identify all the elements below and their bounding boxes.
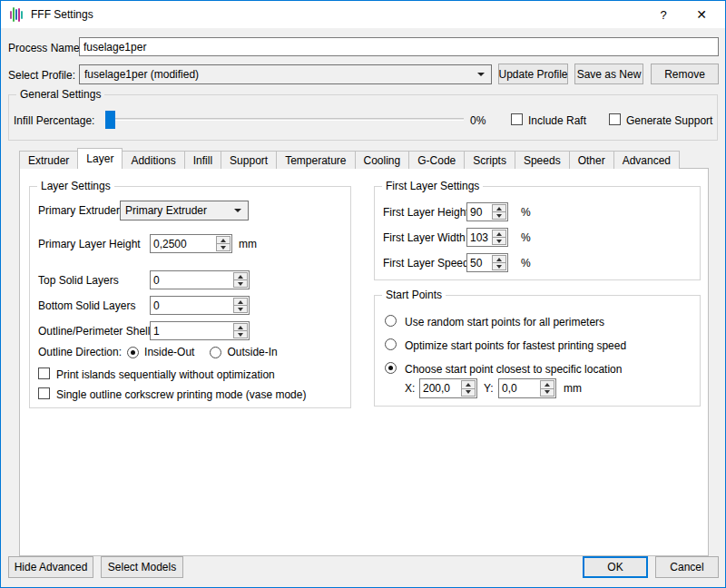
outline-shells-spinner[interactable]: 1 [150,321,250,340]
save-as-new-button[interactable]: Save as New [574,64,643,84]
outline-direction-row: Outline Direction: Inside-Out Outside-In [38,345,278,359]
spinner-buttons [461,380,476,397]
closest-start-point-radio[interactable] [385,362,397,374]
profile-select[interactable]: fuselage1per (modified) [79,64,492,84]
spinner-buttons [492,255,506,270]
spin-up-arrow[interactable] [541,381,554,389]
first-layer-speed-label: First Layer Speed [383,257,469,270]
spin-down-arrow[interactable] [217,244,230,250]
simplify3d-logo-icon [8,7,24,23]
spinner-buttons [216,236,231,251]
tab-extruder[interactable]: Extruder [19,151,78,169]
profile-selected-value: fuselage1per (modified) [84,68,199,81]
tab-temperature[interactable]: Temperature [276,151,355,169]
include-raft-checkbox[interactable] [511,113,523,125]
print-islands-label: Print islands sequentially without optim… [56,368,275,381]
primary-layer-height-unit: mm [239,238,257,250]
spin-up-arrow[interactable] [493,205,505,212]
process-name-input[interactable]: fuselage1per [79,37,719,56]
inside-out-radio[interactable] [127,347,139,358]
outline-shells-label: Outline/Perimeter Shells [38,325,155,338]
tab-additions[interactable]: Additions [122,151,184,169]
spin-up-arrow[interactable] [217,237,230,244]
top-solid-layers-value: 0 [151,271,232,289]
outside-in-label: Outside-In [227,346,277,358]
infill-slider-track[interactable] [108,118,464,121]
tab-gcode[interactable]: G-Code [408,151,465,169]
spin-down-arrow[interactable] [493,212,505,219]
ok-button[interactable]: OK [583,556,648,578]
tab-support[interactable]: Support [221,151,277,169]
spin-up-arrow[interactable] [462,381,475,389]
spin-down-arrow[interactable] [234,280,247,287]
primary-layer-height-label: Primary Layer Height [38,238,141,250]
tab-scripts[interactable]: Scripts [464,151,515,169]
hide-advanced-button[interactable]: Hide Advanced [8,556,93,578]
first-layer-width-label: First Layer Width [383,231,466,244]
tab-infill[interactable]: Infill [184,151,221,169]
vase-mode-checkbox[interactable] [38,387,50,399]
start-points-legend: Start Points [382,289,446,301]
chevron-down-icon [234,209,241,212]
random-start-points-radio[interactable] [385,315,397,327]
print-islands-checkbox[interactable] [38,368,50,379]
tab-speeds[interactable]: Speeds [515,151,570,169]
spin-up-arrow[interactable] [234,324,247,331]
start-y-value: 0,0 [499,379,539,397]
bottom-solid-layers-value: 0 [151,297,232,314]
spin-down-arrow[interactable] [493,263,505,270]
spin-down-arrow[interactable] [234,331,247,338]
primary-layer-height-value: 0,2500 [151,235,215,252]
remove-button[interactable]: Remove [651,64,719,84]
chevron-down-icon [477,73,485,76]
optimize-start-points-radio[interactable] [385,338,397,350]
first-layer-speed-value: 50 [467,254,491,271]
primary-layer-height-spinner[interactable]: 0,2500 [150,234,232,253]
start-y-spinner[interactable]: 0,0 [498,378,556,398]
spin-down-arrow[interactable] [493,238,505,244]
start-y-label: Y: [484,382,494,395]
first-layer-width-spinner[interactable]: 103 [466,228,508,247]
first-layer-speed-spinner[interactable]: 50 [466,253,508,272]
help-button[interactable]: ? [645,1,682,28]
spin-up-arrow[interactable] [234,299,247,306]
first-layer-height-spinner[interactable]: 90 [466,202,508,221]
tab-cooling[interactable]: Cooling [355,151,410,169]
outside-in-radio[interactable] [210,347,221,358]
infill-percentage-value: 0% [470,114,486,127]
spinner-buttons [492,230,506,245]
start-xy-unit: mm [564,382,582,395]
start-x-spinner[interactable]: 200,0 [419,378,477,398]
infill-slider-handle[interactable] [105,111,115,129]
spin-up-arrow[interactable] [234,273,247,280]
first-layer-width-value: 103 [467,229,491,246]
spin-down-arrow[interactable] [234,306,247,312]
spin-up-arrow[interactable] [493,230,505,238]
select-models-button[interactable]: Select Models [101,556,183,578]
generate-support-checkbox[interactable] [609,113,621,125]
close-icon[interactable]: ✕ [683,1,720,28]
spinner-buttons [540,380,554,397]
layer-tab-panel: Layer Settings Primary Extruder Primary … [19,168,709,556]
first-layer-height-value: 90 [467,203,491,220]
spin-down-arrow[interactable] [462,389,475,397]
generate-support-label: Generate Support [626,114,712,127]
cancel-button[interactable]: Cancel [655,556,719,578]
start-x-label: X: [405,382,415,395]
first-layer-height-unit: % [521,206,531,219]
outline-shells-value: 1 [151,322,232,339]
first-layer-height-label: First Layer Height [383,206,469,219]
spin-up-arrow[interactable] [493,256,505,263]
top-solid-layers-spinner[interactable]: 0 [150,270,250,289]
tab-advanced[interactable]: Advanced [613,151,680,169]
primary-extruder-select[interactable]: Primary Extruder [120,201,249,220]
include-raft-label: Include Raft [528,114,586,127]
tab-layer[interactable]: Layer [77,148,123,169]
first-layer-width-unit: % [521,231,531,244]
tab-other[interactable]: Other [569,151,614,169]
select-profile-label: Select Profile: [8,69,75,82]
bottom-solid-layers-spinner[interactable]: 0 [150,296,250,315]
spin-down-arrow[interactable] [541,389,554,397]
update-profile-button[interactable]: Update Profile [498,64,568,84]
title-bar: FFF Settings ? ✕ [1,1,725,28]
